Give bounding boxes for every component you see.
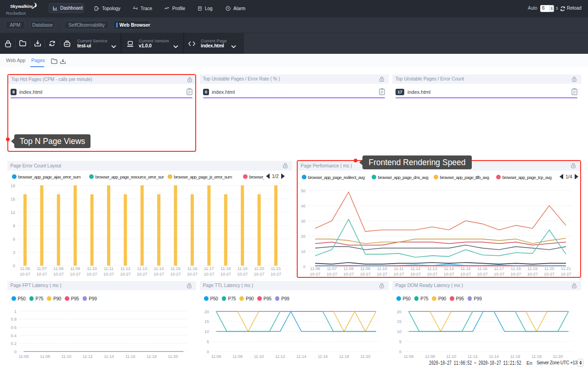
svg-text:10-27: 10-27 xyxy=(410,272,421,276)
svg-text:11:12: 11:12 xyxy=(120,266,130,271)
svg-text:20: 20 xyxy=(397,310,401,314)
svg-text:11:19: 11:19 xyxy=(237,266,248,271)
svg-text:11:16: 11:16 xyxy=(477,266,487,271)
svg-text:11:08: 11:08 xyxy=(425,354,435,359)
svg-text:11:16: 11:16 xyxy=(318,354,328,359)
svg-text:11:06: 11:06 xyxy=(20,266,30,271)
svg-text:0: 0 xyxy=(399,350,401,354)
svg-text:10-27: 10-27 xyxy=(377,272,387,276)
svg-text:12: 12 xyxy=(11,210,15,215)
svg-text:11:20: 11:20 xyxy=(553,354,563,359)
svg-text:11:10: 11:10 xyxy=(87,266,97,271)
svg-text:11:10: 11:10 xyxy=(377,266,387,271)
svg-text:11:20: 11:20 xyxy=(360,354,370,359)
svg-text:10-27: 10-27 xyxy=(271,272,281,276)
svg-text:10-27: 10-27 xyxy=(544,272,554,276)
svg-text:40: 40 xyxy=(301,204,305,208)
svg-text:11:15: 11:15 xyxy=(170,266,181,271)
svg-text:11:18: 11:18 xyxy=(220,266,231,271)
svg-text:0.8: 0.8 xyxy=(11,317,17,322)
svg-text:11:18: 11:18 xyxy=(339,354,349,359)
svg-text:10-27: 10-27 xyxy=(477,272,487,276)
svg-text:11:21: 11:21 xyxy=(271,266,281,271)
svg-text:1: 1 xyxy=(14,309,17,314)
svg-text:11:19: 11:19 xyxy=(527,266,537,271)
svg-text:10-27: 10-27 xyxy=(20,272,30,276)
svg-text:11:14: 11:14 xyxy=(154,266,164,271)
svg-text:11:13: 11:13 xyxy=(137,266,147,271)
svg-text:11:08: 11:08 xyxy=(232,354,243,359)
svg-text:10: 10 xyxy=(204,329,209,334)
svg-text:20: 20 xyxy=(301,234,305,239)
svg-text:9: 9 xyxy=(13,224,15,228)
svg-text:10-27: 10-27 xyxy=(444,272,454,276)
svg-text:10-27: 10-27 xyxy=(343,272,354,276)
svg-text:10-27: 10-27 xyxy=(360,272,371,276)
svg-text:11:20: 11:20 xyxy=(254,266,264,271)
svg-text:11:20: 11:20 xyxy=(168,354,178,359)
svg-text:50: 50 xyxy=(301,189,305,193)
svg-text:6: 6 xyxy=(13,237,15,242)
svg-text:11:20: 11:20 xyxy=(544,266,554,271)
svg-text:10-27: 10-27 xyxy=(70,272,80,276)
svg-text:11:18: 11:18 xyxy=(531,354,542,359)
svg-text:10-27: 10-27 xyxy=(560,272,571,276)
svg-text:10-27: 10-27 xyxy=(310,272,320,276)
svg-text:11:12: 11:12 xyxy=(410,266,420,271)
svg-text:10-27: 10-27 xyxy=(393,272,404,276)
svg-text:5: 5 xyxy=(399,339,401,344)
svg-text:30: 30 xyxy=(301,219,305,224)
svg-text:10-27: 10-27 xyxy=(53,272,64,276)
svg-text:10: 10 xyxy=(301,249,305,254)
svg-text:11:12: 11:12 xyxy=(468,354,478,359)
svg-text:10-27: 10-27 xyxy=(87,272,97,276)
svg-text:10-27: 10-27 xyxy=(527,272,538,276)
svg-text:3: 3 xyxy=(13,250,15,255)
svg-text:10-27: 10-27 xyxy=(220,272,231,276)
svg-text:0.4: 0.4 xyxy=(11,334,17,338)
svg-text:11:16: 11:16 xyxy=(125,354,136,359)
svg-text:11:16: 11:16 xyxy=(187,266,198,271)
svg-text:11:13: 11:13 xyxy=(427,266,437,271)
svg-text:11:09: 11:09 xyxy=(70,266,80,271)
svg-text:10-27: 10-27 xyxy=(120,272,130,276)
svg-text:15: 15 xyxy=(397,319,401,324)
svg-text:11:12: 11:12 xyxy=(275,354,285,359)
svg-text:11:10: 11:10 xyxy=(61,354,71,359)
svg-text:11:14: 11:14 xyxy=(104,354,114,359)
svg-text:11:06: 11:06 xyxy=(211,354,221,359)
svg-text:10: 10 xyxy=(397,329,401,334)
svg-text:11:11: 11:11 xyxy=(104,266,113,271)
svg-text:11:10: 11:10 xyxy=(254,354,264,359)
svg-text:11:07: 11:07 xyxy=(327,266,337,271)
svg-text:10-27: 10-27 xyxy=(327,272,337,276)
svg-text:10-27: 10-27 xyxy=(170,272,181,276)
svg-text:5: 5 xyxy=(207,339,209,344)
svg-text:11:14: 11:14 xyxy=(444,266,454,271)
svg-text:10-27: 10-27 xyxy=(427,272,437,276)
svg-text:11:06: 11:06 xyxy=(404,354,414,359)
svg-text:11:18: 11:18 xyxy=(511,266,521,271)
svg-text:10-27: 10-27 xyxy=(460,272,471,276)
svg-text:11:08: 11:08 xyxy=(344,266,354,271)
svg-text:11:17: 11:17 xyxy=(494,266,504,271)
svg-text:11:17: 11:17 xyxy=(204,266,214,271)
svg-text:11:12: 11:12 xyxy=(83,354,93,359)
svg-text:0: 0 xyxy=(13,264,15,268)
svg-text:11:14: 11:14 xyxy=(296,354,306,359)
svg-text:11:10: 11:10 xyxy=(446,354,456,359)
svg-text:10-27: 10-27 xyxy=(254,272,265,276)
svg-text:11:08: 11:08 xyxy=(40,354,50,359)
svg-text:11:09: 11:09 xyxy=(360,266,370,271)
svg-text:10-27: 10-27 xyxy=(494,272,504,276)
svg-text:11:15: 11:15 xyxy=(461,266,471,271)
svg-text:11:11: 11:11 xyxy=(394,266,403,271)
svg-text:10-27: 10-27 xyxy=(103,272,114,276)
svg-text:10-27: 10-27 xyxy=(137,272,147,276)
svg-text:0: 0 xyxy=(303,264,305,269)
svg-text:10-27: 10-27 xyxy=(36,272,47,276)
svg-text:11:18: 11:18 xyxy=(147,354,157,359)
svg-text:10-27: 10-27 xyxy=(187,272,198,276)
svg-text:11:06: 11:06 xyxy=(310,266,320,271)
svg-text:10-27: 10-27 xyxy=(237,272,248,276)
